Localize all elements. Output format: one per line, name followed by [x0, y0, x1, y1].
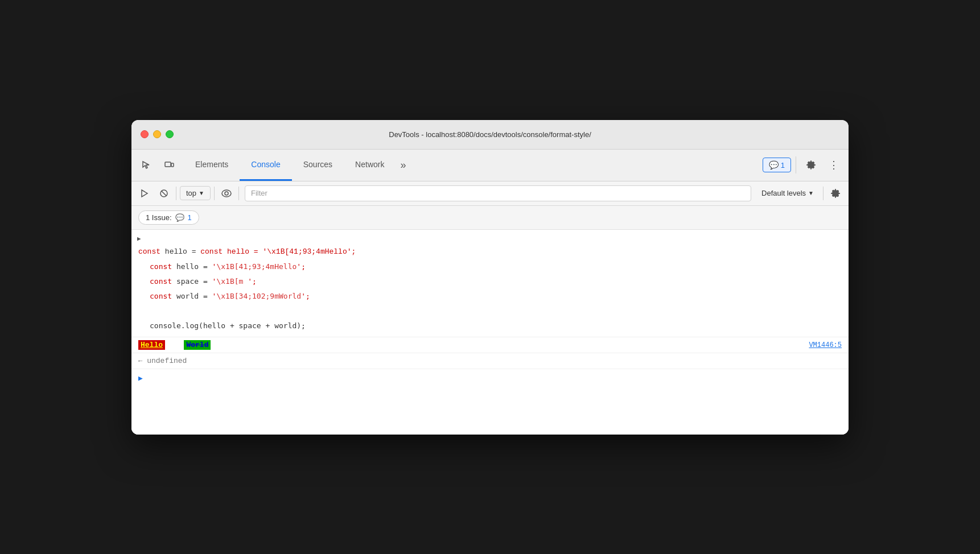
separator4: [823, 187, 823, 200]
default-levels-selector[interactable]: Default levels ▼: [756, 187, 820, 200]
console-prompt[interactable]: ▶: [131, 369, 849, 387]
chat-icon: 💬: [769, 160, 779, 169]
tab-bar: Elements Console Sources Network » 💬: [131, 150, 849, 181]
result-arrow: ←: [138, 357, 142, 365]
tab-bar-right: 💬 1 ⋮: [763, 155, 844, 175]
eye-button[interactable]: [218, 185, 235, 202]
code-line-1: const hello = const hello = '\x1B[41;93;…: [138, 245, 842, 259]
top-context-selector[interactable]: top ▼: [180, 186, 211, 200]
gear-icon: [806, 160, 816, 170]
devtools-body: Elements Console Sources Network » 💬: [131, 150, 849, 435]
hello-world-text-container: Hello World: [138, 341, 211, 349]
run-script-button[interactable]: [136, 185, 153, 202]
clear-console-button[interactable]: [155, 185, 172, 202]
window-title: DevTools - localhost:8080/docs/devtools/…: [389, 130, 591, 139]
tab-elements[interactable]: Elements: [184, 150, 240, 181]
device-icon: [164, 160, 174, 170]
separator2: [214, 187, 215, 200]
inspect-icon: [141, 160, 151, 170]
issues-badge-button[interactable]: 💬 1: [763, 158, 791, 172]
hello-text: Hello: [138, 340, 165, 350]
hello-world-output: Hello World VM1446:5: [131, 337, 849, 353]
dropdown-arrow-icon: ▼: [199, 190, 204, 196]
issues-chat-icon: 💬: [175, 213, 184, 222]
eye-icon: [221, 189, 232, 197]
undefined-value: undefined: [147, 357, 187, 365]
devtools-icons-left: [136, 155, 179, 175]
console-undefined-result: ← undefined: [131, 353, 849, 369]
traffic-lights: [141, 130, 174, 138]
devtools-window: DevTools - localhost:8080/docs/devtools/…: [131, 120, 849, 435]
issues-pill-button[interactable]: 1 Issue: 💬 1: [138, 210, 199, 225]
console-settings-button[interactable]: [827, 185, 844, 202]
console-gear-icon: [830, 188, 841, 199]
more-options-button[interactable]: ⋮: [823, 155, 844, 175]
block-icon: [159, 189, 168, 198]
issues-bar: 1 Issue: 💬 1: [131, 206, 849, 230]
world-text: World: [184, 340, 211, 350]
svg-point-6: [225, 192, 228, 195]
inspect-element-button[interactable]: [136, 155, 157, 175]
expand-arrow[interactable]: ▶: [137, 234, 141, 245]
tab-sources[interactable]: Sources: [292, 150, 344, 181]
tab-console[interactable]: Console: [240, 150, 291, 181]
more-tabs-button[interactable]: »: [396, 150, 410, 181]
vm-link[interactable]: VM1446:5: [809, 341, 842, 349]
svg-marker-2: [142, 190, 147, 197]
settings-button[interactable]: [801, 155, 821, 175]
svg-rect-0: [165, 162, 171, 167]
tab-network[interactable]: Network: [344, 150, 396, 181]
maximize-button[interactable]: [166, 130, 174, 138]
svg-point-5: [222, 190, 231, 197]
prompt-arrow-icon: ▶: [138, 374, 143, 383]
console-toolbar: top ▼ Default levels ▼: [131, 181, 849, 206]
minimize-button[interactable]: [153, 130, 161, 138]
separator3: [238, 187, 239, 200]
separator: [176, 187, 176, 200]
tab-list: Elements Console Sources Network »: [184, 150, 763, 181]
svg-rect-1: [171, 163, 174, 167]
device-toolbar-button[interactable]: [159, 155, 179, 175]
close-button[interactable]: [141, 130, 149, 138]
titlebar: DevTools - localhost:8080/docs/devtools/…: [131, 120, 849, 150]
filter-input[interactable]: [245, 185, 751, 201]
levels-dropdown-icon: ▼: [808, 190, 814, 196]
console-output: ▶ const hello = const hello = '\x1B[41;9…: [131, 230, 849, 435]
svg-line-4: [162, 191, 167, 196]
divider: [796, 156, 796, 173]
console-entry-code: ▶ const hello = const hello = '\x1B[41;9…: [131, 230, 849, 338]
run-icon: [140, 189, 149, 198]
